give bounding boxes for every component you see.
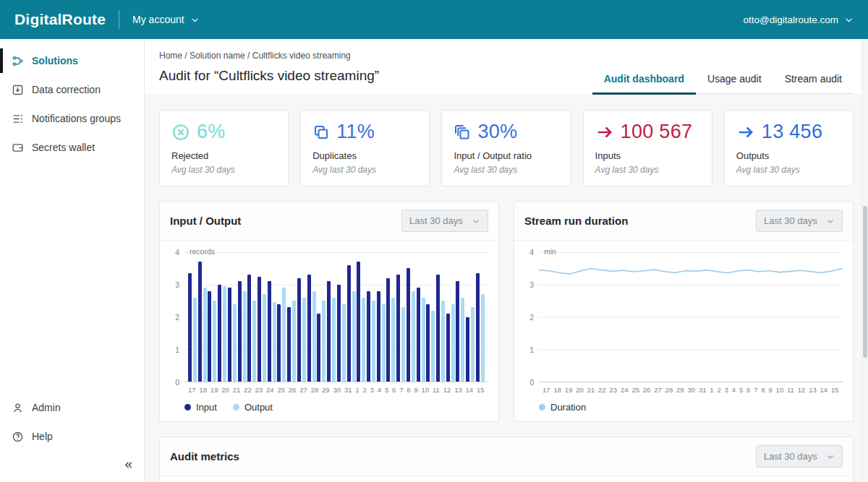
output-bar <box>243 291 247 382</box>
notifications-groups-icon <box>12 113 24 125</box>
stat-subtext: Avg last 30 days <box>171 165 276 175</box>
bar-group-day-12 <box>446 252 455 382</box>
sidebar-item-admin[interactable]: Admin <box>0 393 144 422</box>
x-tick-label: 26 <box>289 386 297 394</box>
breadcrumb[interactable]: Home / Solution name / Cultflicks video … <box>159 51 379 61</box>
stat-card-outputs: 13 456OutputsAvg last 30 days <box>724 110 854 186</box>
input-bar <box>208 291 211 382</box>
bar-group-day-24 <box>258 252 266 382</box>
scrollbar-thumb[interactable] <box>863 206 867 358</box>
input-output-card: Input / Output Last 30 days 43210 record… <box>159 201 499 422</box>
x-tick-label: 13 <box>809 386 817 394</box>
bar-group-day-27 <box>287 252 296 382</box>
bar-group-day-19 <box>208 252 216 382</box>
input-bar <box>456 281 459 382</box>
input-bar <box>436 275 440 382</box>
sd-line-plot: min <box>539 252 843 382</box>
x-tick-label: 9 <box>768 386 772 394</box>
main-content: Home / Solution name / Cultflicks video … <box>145 39 868 482</box>
stat-card-row: 6%RejectedAvg last 30 days11%DuplicatesA… <box>159 110 854 186</box>
input-bar <box>347 265 351 382</box>
x-tick-label: 1 <box>355 386 359 394</box>
admin-icon <box>12 402 24 414</box>
topbar-divider <box>119 10 119 29</box>
x-tick-label: 29 <box>322 386 330 394</box>
sidebar-item-data-correction[interactable]: Data correction <box>0 75 144 104</box>
bar-group-day-15 <box>476 252 485 382</box>
legend-label: Output <box>244 402 273 413</box>
output-bar <box>223 286 226 382</box>
sidebar-item-label: Solutions <box>32 55 78 66</box>
sidebar: SolutionsData correctionNotifications gr… <box>0 39 145 482</box>
stat-label: Rejected <box>171 150 276 161</box>
sidebar-item-label: Notifications groups <box>32 113 121 124</box>
output-bar <box>372 301 375 382</box>
x-tick-label: 4 <box>378 386 381 394</box>
sidebar-item-secrets-wallet[interactable]: Secrets wallet <box>0 133 144 162</box>
x-tick-label: 24 <box>621 386 629 394</box>
tab-stream-audit[interactable]: Stream audit <box>773 66 854 95</box>
x-tick-label: 17 <box>542 386 550 394</box>
sidebar-item-solutions[interactable]: Solutions <box>0 46 144 75</box>
stat-label: Duplicates <box>312 150 417 161</box>
input-bar <box>287 307 291 382</box>
sidebar-item-notifications-groups[interactable]: Notifications groups <box>0 104 144 133</box>
sidebar-item-help[interactable]: Help <box>0 422 144 451</box>
output-bar <box>312 291 316 382</box>
input-bar <box>446 314 450 382</box>
bar-group-day-13 <box>456 252 464 382</box>
bar-group-day-26 <box>277 252 286 382</box>
x-tick-label: 8 <box>407 386 410 394</box>
x-tick-label: 4 <box>732 386 736 394</box>
stat-value: 100 567 <box>621 121 693 143</box>
output-bar <box>213 301 216 382</box>
bar-group-day-18 <box>198 252 207 382</box>
dropdown-value: Last 30 days <box>409 215 463 226</box>
x-tick-label: 12 <box>798 386 806 394</box>
x-tick-label: 22 <box>598 386 606 394</box>
dropdown-value: Last 30 days <box>764 215 817 226</box>
output-bar <box>302 298 306 382</box>
account-menu[interactable]: My account <box>132 14 200 25</box>
x-tick-label: 11 <box>787 386 794 394</box>
output-bar <box>431 311 435 382</box>
tab-usage-audit[interactable]: Usage audit <box>696 66 773 95</box>
x-tick-label: 12 <box>443 386 451 394</box>
legend-duration: Duration <box>539 402 586 413</box>
input-bar <box>188 273 192 382</box>
input-bar <box>417 288 420 382</box>
brand-logo[interactable]: DigitalRoute <box>14 11 106 28</box>
chevron-down-icon <box>472 217 480 225</box>
bar-group-day-30 <box>317 252 326 382</box>
x-tick-label: 29 <box>676 386 684 394</box>
output-bar <box>451 304 455 382</box>
collapse-sidebar-button[interactable]: « <box>124 457 132 470</box>
bar-group-day-23 <box>247 252 256 382</box>
page-title: Audit for “Cultflicks video streaming” <box>159 68 379 84</box>
stream-duration-range-dropdown[interactable]: Last 30 days <box>756 210 843 232</box>
output-bar <box>263 294 266 382</box>
audit-metrics-range-dropdown[interactable]: Last 30 days <box>756 445 843 468</box>
x-tick-label: 22 <box>244 386 252 394</box>
tab-audit-dashboard[interactable]: Audit dashboard <box>592 66 696 95</box>
chart-title: Stream run duration <box>524 215 628 227</box>
stat-subtext: Avg last 30 days <box>595 165 700 175</box>
stat-subtext: Avg last 30 days <box>454 165 558 175</box>
output-bar <box>422 298 425 382</box>
bar-group-day-3 <box>357 252 365 382</box>
input-output-range-dropdown[interactable]: Last 30 days <box>401 210 488 232</box>
x-tick-label: 31 <box>699 386 707 394</box>
input-bar <box>238 281 242 382</box>
output-bar <box>342 304 346 382</box>
stream-duration-card: Stream run duration Last 30 days 43210 m… <box>514 201 854 422</box>
x-tick-label: 24 <box>266 386 274 394</box>
legend-dot <box>233 404 239 410</box>
input-bar <box>377 291 380 382</box>
bar-group-day-17 <box>188 252 197 382</box>
output-bar <box>292 301 296 382</box>
x-tick-label: 20 <box>221 386 229 394</box>
x-tick-label: 10 <box>776 386 784 394</box>
x-tick-label: 6 <box>392 386 396 394</box>
x-tick-label: 15 <box>477 386 485 394</box>
user-menu[interactable]: otto@digitalroute.com <box>743 14 854 25</box>
